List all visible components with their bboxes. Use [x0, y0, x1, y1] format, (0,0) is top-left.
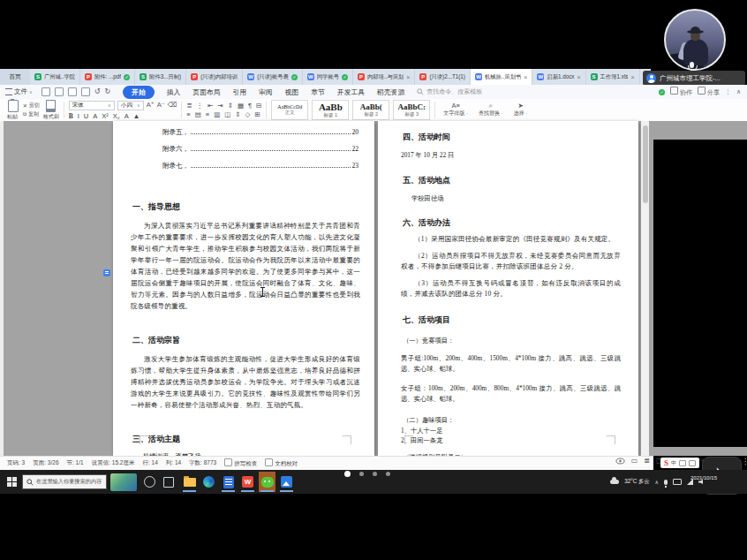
document-tab[interactable]: P(只读)2...T1(1)	[415, 69, 471, 85]
document-tab[interactable]: S广州城..学院	[30, 69, 80, 85]
taskbar-app-wechat[interactable]	[259, 472, 275, 492]
tab-close-icon[interactable]: ×	[630, 74, 634, 80]
taskbar-app-blue-document-app[interactable]	[220, 472, 237, 492]
home-tab[interactable]: 首页	[0, 69, 30, 85]
tab-close-icon[interactable]: ×	[524, 74, 527, 80]
print-icon[interactable]	[68, 87, 77, 96]
redo-icon[interactable]: ↻	[104, 88, 110, 95]
alignment-tool-icon[interactable]: ◫	[224, 111, 230, 118]
document-tab[interactable]: W启新1.docx×	[532, 69, 585, 85]
document-tab[interactable]: S工作簿1.xls×	[586, 69, 640, 85]
ribbon-tab-插入[interactable]: 插入	[167, 87, 181, 97]
paragraph-tool-icon[interactable]: ≣	[186, 102, 192, 110]
font-format-icon[interactable]: ▲	[133, 112, 140, 120]
document-tab[interactable]: P(只读)内部培训	[186, 69, 243, 85]
ribbon-tab-视图[interactable]: 视图	[285, 87, 299, 97]
alignment-tool-icon[interactable]: ▥	[214, 111, 220, 118]
file-menu[interactable]: 文件 ∨	[5, 87, 33, 96]
command-search[interactable]: 查找命令、搜索模板	[417, 87, 482, 96]
paragraph-tool-icon[interactable]: ⊟	[256, 102, 261, 110]
keyboard-tray-icon[interactable]	[673, 479, 682, 485]
scrollbar-thumb[interactable]	[643, 125, 648, 203]
toc-entry[interactable]: 附录六，22	[162, 145, 358, 162]
eye-protection-icon[interactable]	[615, 458, 625, 465]
carousel-dot[interactable]	[373, 472, 377, 476]
mic-tray-icon[interactable]	[664, 480, 668, 485]
document-page-left[interactable]: 附录五，20附录六，22附录七，23 一、指导思想为深入贯彻落实习近平总书记系列…	[113, 121, 374, 456]
taskbar-app-wps-office[interactable]: W	[239, 472, 256, 492]
cut-button[interactable]: ✕剪切	[23, 102, 40, 110]
taskbar-search-box[interactable]: 在这里输入你要搜索的内容	[22, 474, 107, 489]
collab-button[interactable]: 协作	[670, 87, 692, 97]
input-mode-label[interactable]: 中	[671, 460, 676, 465]
outline-view-icon[interactable]: ≣	[644, 457, 650, 465]
carousel-dot[interactable]	[359, 472, 364, 476]
cortana-icon[interactable]	[144, 476, 155, 488]
font-format-icon[interactable]: X₂	[113, 112, 120, 120]
style-preset-标题 1[interactable]: AaBb标题 1	[312, 100, 349, 120]
clear-format-icon[interactable]: ⌫	[168, 102, 177, 109]
hidden-icons-chevron[interactable]: ∧	[655, 479, 659, 485]
font-format-icon[interactable]: A	[124, 112, 129, 120]
spell-check-toggle[interactable]: 拼写检查	[224, 458, 257, 468]
font-format-icon[interactable]: U	[84, 112, 88, 120]
ribbon-tool-文字排版[interactable]: A≡文字排版 ·	[443, 102, 468, 118]
paste-button[interactable]: 粘贴·	[7, 100, 19, 121]
format-painter-button[interactable]: 格式刷	[43, 100, 59, 121]
page-view-icon[interactable]: ▭	[631, 457, 638, 465]
document-tab-active[interactable]: W机械旅..策划书×	[471, 69, 532, 85]
toolbox-icon[interactable]	[689, 460, 696, 466]
font-size-select[interactable]: 小四∨	[117, 101, 144, 110]
taskbar-app-photos-app[interactable]	[278, 472, 295, 492]
document-page-right[interactable]: 四、活动时间2017 年 10 月 22 日五、活动地点学校田径场六、活动办法（…	[378, 121, 638, 456]
share-button[interactable]: 分享	[698, 87, 720, 97]
comment-marker-icon[interactable]	[103, 269, 110, 276]
font-format-icon[interactable]: A	[93, 112, 97, 120]
ribbon-tab-审阅[interactable]: 审阅	[259, 87, 273, 97]
document-tab[interactable]: W同学账号✓	[303, 69, 353, 85]
font-format-icon[interactable]: X²	[102, 112, 109, 120]
alignment-tool-icon[interactable]: ⊞	[254, 111, 260, 118]
style-preset-标题 3[interactable]: AaBbC:标题 3	[393, 100, 430, 120]
ribbon-tab-页面布局[interactable]: 页面布局	[192, 87, 220, 97]
alignment-tool-icon[interactable]: ◇	[245, 111, 251, 118]
tab-close-icon[interactable]: ×	[577, 74, 581, 80]
paragraph-tool-icon[interactable]: ▦	[238, 102, 244, 110]
start-button[interactable]	[4, 473, 19, 492]
document-tab[interactable]: P内部培..与策划×	[353, 69, 415, 85]
undo-icon[interactable]: ↺	[94, 88, 101, 95]
ribbon-tool-查找替换[interactable]: ⌕查找替换 ·	[479, 102, 503, 118]
ribbon-tab-稻壳资源[interactable]: 稻壳资源	[377, 87, 404, 97]
carousel-dot[interactable]	[344, 471, 351, 477]
copy-button[interactable]: ⧉复制	[23, 110, 39, 118]
paragraph-tool-icon[interactable]: ¶	[248, 102, 252, 110]
task-view-icon[interactable]	[163, 477, 174, 488]
ribbon-tab-章节[interactable]: 章节	[311, 87, 325, 97]
document-tab[interactable]: S附件3...日制)	[135, 69, 186, 85]
style-preset-标题 2[interactable]: AaBb(标题 2	[352, 100, 389, 120]
ribbon-tab-开发工具[interactable]: 开发工具	[337, 87, 365, 97]
document-tab[interactable]: P附件: ...pdf✓	[80, 69, 135, 85]
tab-close-icon[interactable]: ×	[406, 74, 410, 80]
font-format-icon[interactable]: B	[69, 112, 73, 120]
font-format-icon[interactable]: I	[78, 112, 79, 120]
toc-entry[interactable]: 附录七，23	[162, 162, 358, 178]
ribbon-tool-选择[interactable]: ➤选择 ·	[514, 102, 528, 118]
keyboard-icon[interactable]	[679, 460, 686, 466]
more-options-icon[interactable]: ⋮	[725, 88, 731, 95]
paragraph-tool-icon[interactable]: ⇥	[217, 102, 223, 110]
toc-entry[interactable]: 附录五，20	[162, 128, 358, 145]
alignment-tool-icon[interactable]: ≡	[186, 111, 190, 118]
shrink-font-icon[interactable]: A⁻	[157, 102, 165, 109]
input-method-bar[interactable]: S 中	[660, 458, 699, 468]
font-name-select[interactable]: 宋体∨	[69, 101, 115, 110]
export-pdf-icon[interactable]	[55, 87, 64, 96]
news-weather-widget[interactable]	[110, 473, 137, 491]
tray-more-icon[interactable]: ⋮	[742, 458, 747, 465]
paragraph-tool-icon[interactable]: ⇕	[228, 102, 233, 110]
alignment-tool-icon[interactable]: ⇕	[235, 111, 240, 118]
grow-font-icon[interactable]: A⁺	[147, 102, 155, 109]
ribbon-tab-引用[interactable]: 引用	[232, 87, 246, 97]
taskbar-app-edge-browser[interactable]	[200, 472, 217, 492]
alignment-tool-icon[interactable]: ▤	[195, 111, 201, 118]
